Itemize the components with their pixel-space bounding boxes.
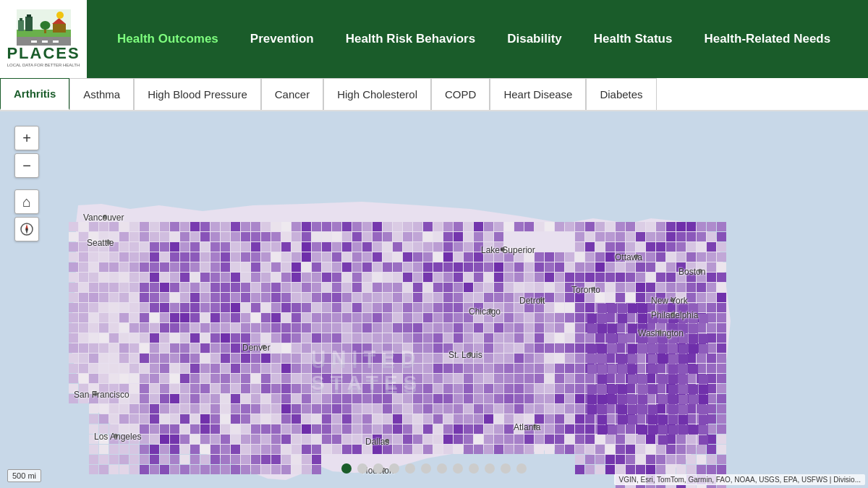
map-controls: + − ⌂ [14,126,39,241]
map-attribution: VGIN, Esri, TomTom, Garmin, FAO, NOAA, U… [614,474,865,485]
pagination-dot-3[interactable] [389,463,399,474]
pagination-dot-9[interactable] [485,463,495,474]
logo-text: PLACES [7,46,80,61]
svg-point-9 [40,21,50,30]
tab-arthritis[interactable]: Arthritis [0,78,69,110]
tab-heart-disease[interactable]: Heart Disease [490,78,586,110]
svg-point-10 [56,12,64,19]
map-scale: 500 mi [7,469,41,482]
pagination-dot-5[interactable] [421,463,431,474]
svg-rect-14 [53,40,59,43]
tab-high-blood-pressure[interactable]: High Blood Pressure [134,78,261,110]
pagination-dot-10[interactable] [501,463,511,474]
main-nav: Health OutcomesPreventionHealth Risk Beh… [87,0,861,78]
pagination-dot-6[interactable] [437,463,447,474]
svg-rect-13 [42,40,48,43]
health-outcomes-tabs: ArthritisAsthmaHigh Blood PressureCancer… [0,78,868,111]
map-canvas [0,111,868,488]
pagination-dot-1[interactable] [357,463,367,474]
zoom-out-button[interactable]: − [14,153,39,178]
svg-rect-12 [31,40,37,43]
logo-box[interactable]: PLACES LOCAL DATA FOR BETTER HEALTH [0,0,87,78]
pagination-dot-0[interactable] [341,463,352,474]
zoom-in-button[interactable]: + [14,126,39,150]
nav-item-disability[interactable]: Disability [491,0,578,78]
logo-subtitle: LOCAL DATA FOR BETTER HEALTH [7,63,80,68]
pagination-dot-7[interactable] [453,463,463,474]
home-button[interactable]: ⌂ [14,189,39,214]
header: PLACES LOCAL DATA FOR BETTER HEALTH Heal… [0,0,868,78]
tab-asthma[interactable]: Asthma [69,78,134,110]
nav-item-health-outcomes[interactable]: Health Outcomes [101,0,234,78]
nav-item-health-status[interactable]: Health Status [578,0,689,78]
pagination-dot-8[interactable] [469,463,479,474]
svg-rect-6 [53,24,66,33]
svg-rect-5 [27,14,31,17]
nav-item-prevention[interactable]: Prevention [234,0,330,78]
pagination [341,463,527,474]
svg-rect-2 [18,20,24,31]
svg-rect-3 [20,18,22,21]
pagination-dot-2[interactable] [373,463,383,474]
tab-high-cholesterol[interactable]: High Cholesterol [323,78,431,110]
svg-rect-4 [25,17,33,31]
pagination-dot-11[interactable] [516,463,527,474]
nav-item-health-risk-behaviors[interactable]: Health Risk Behaviors [330,0,492,78]
tab-copd[interactable]: COPD [431,78,490,110]
map-container[interactable]: + − ⌂ VGIN, Esri, TomTom, Garmin, FAO, N… [0,111,868,488]
nav-item-health-related-needs[interactable]: Health-Related Needs [688,0,846,78]
pagination-dot-4[interactable] [405,463,415,474]
logo-image [17,9,71,46]
svg-point-18 [26,228,28,231]
tab-cancer[interactable]: Cancer [261,78,323,110]
compass-button[interactable] [14,217,39,241]
tab-diabetes[interactable]: Diabetes [586,78,656,110]
